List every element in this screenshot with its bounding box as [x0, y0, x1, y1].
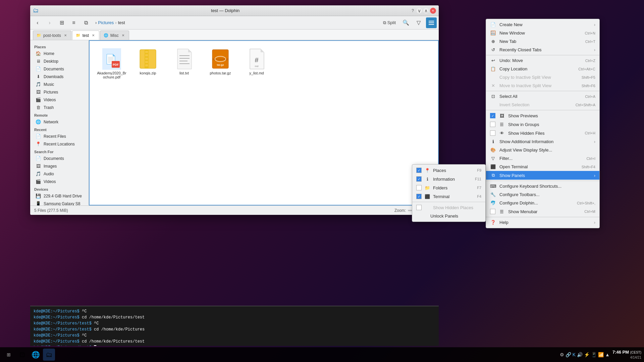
menu-create-new[interactable]: 📄 Create New › [486, 20, 599, 29]
search-docs-icon: 📄 [36, 156, 41, 161]
file-item-zip[interactable]: konqis.zip [131, 46, 165, 81]
split-icon: ⧉ [383, 20, 386, 25]
sidebar-label-samsung: Samsung Galaxy S8 [44, 201, 80, 206]
view-compact-button[interactable]: ≡ [68, 17, 79, 28]
view-icons-button[interactable]: ⊞ [56, 17, 67, 28]
menu-show-hidden-files[interactable]: 👁 Show Hidden Files Ctrl+H [486, 129, 599, 137]
tray-battery-icon[interactable]: ▲ [605, 352, 610, 357]
menu-show-menubar[interactable]: ☰ Show Menubar Ctrl+M [486, 207, 599, 216]
menu-sep2 [486, 91, 599, 91]
menu-configure-shortcuts[interactable]: ⌨ Configure Keyboard Shortcuts... [486, 182, 599, 190]
filter-button[interactable]: ▽ [413, 17, 424, 28]
new-window-shortcut: Ctrl+N [585, 31, 595, 35]
back-button[interactable]: ‹ [32, 17, 43, 28]
tab-icon-test: 📁 [76, 33, 80, 38]
panel-item-unlock-panels[interactable]: Unlock Panels [412, 212, 485, 220]
clock[interactable]: 7:46 PM (CEST) 4/14/21 [612, 350, 641, 360]
menu-filter[interactable]: ▽ Filter... Ctrl+I [486, 154, 599, 163]
window-title: test — Dolphin [39, 8, 412, 13]
file-item-pdf[interactable]: PDF Akademy2020_Brochure.pdf [95, 46, 128, 81]
menu-select-all[interactable]: ⊡ Select All Ctrl+A [486, 92, 599, 101]
unlock-panels-label: Unlock Panels [430, 214, 458, 219]
sidebar-item-videos[interactable]: 🎬 Videos [32, 96, 87, 104]
tab-misc[interactable]: 🌐 Misc ✕ [100, 31, 129, 40]
file-item-targz[interactable]: tar.gz photos.tar.gz [204, 46, 237, 81]
menu-help[interactable]: ❓ Help › [486, 218, 599, 227]
menu-show-previews[interactable]: ✓ 🖼 Show Previews [486, 111, 599, 120]
sys-tray-icons: ⚙ 🔗 K 🔊 ⚡ 📱 📶 ▲ [560, 352, 610, 357]
tray-bluetooth-icon[interactable]: ⚡ [584, 352, 590, 357]
menu-undo-move[interactable]: ↩ Undo: Move Ctrl+Z [486, 56, 599, 65]
taskbar-dolphin[interactable]: 🗂 [43, 349, 55, 361]
taskbar-show-desktop[interactable]: ⊞ [3, 349, 15, 361]
minimize-button[interactable]: ∨ [417, 8, 422, 13]
menu-adjust-view[interactable]: 🎨 Adjust View Display Style... [486, 146, 599, 154]
tray-network-icon[interactable]: 🔗 [566, 352, 571, 357]
sidebar-item-search-audio[interactable]: 🎵 Audio [32, 170, 87, 178]
split-button[interactable]: ⧉ Split [380, 18, 398, 27]
breadcrumb-current: test [118, 20, 125, 25]
file-item-txt[interactable]: list.txt [167, 46, 201, 81]
menu-configure-dolphin[interactable]: 🐬 Configure Dolphin... Ctrl+Shift+, [486, 199, 599, 207]
new-tab-icon: ⊕ [490, 39, 496, 44]
tray-volume-icon[interactable]: 🔊 [577, 352, 583, 357]
file-item-md[interactable]: # md y_list.md [240, 46, 273, 81]
tray-wifi-icon[interactable]: 📶 [598, 352, 604, 357]
svg-rect-9 [145, 61, 148, 63]
view-tree-button[interactable]: ⧉ [80, 17, 91, 28]
sidebar-item-trash[interactable]: 🗑 Trash [32, 104, 87, 111]
svg-text:md: md [255, 65, 258, 68]
menu-show-groups[interactable]: ☰ Show in Groups [486, 120, 599, 129]
sidebar-item-recent-files[interactable]: 📄 Recent Files [32, 132, 87, 140]
sidebar: Places 🏠 Home 🖥 Desktop 📄 Documents ⬇ Do… [30, 40, 89, 205]
maximize-button[interactable]: ∧ [423, 8, 429, 13]
sidebar-item-search-docs[interactable]: 📄 Documents [32, 155, 87, 162]
menu-show-additional[interactable]: ℹ Show Additional Information › [486, 137, 599, 146]
menu-open-terminal[interactable]: ⬛ Open Terminal Shift+F4 [486, 163, 599, 171]
tray-kde-icon[interactable]: K [573, 352, 576, 357]
tab-post-toots[interactable]: 📁 post-toots ✕ [33, 31, 71, 40]
tab-test[interactable]: 📁 test ✕ [72, 31, 99, 40]
sidebar-item-home[interactable]: 🏠 Home [32, 50, 87, 57]
sidebar-item-hard-drive[interactable]: 💾 229.4 GiB Hard Drive [32, 192, 87, 200]
sidebar-item-search-images[interactable]: 🖼 Images [32, 162, 87, 170]
panel-item-information[interactable]: ✓ ℹ Information F11 [412, 175, 485, 183]
breadcrumb-parent[interactable]: Pictures [98, 20, 114, 25]
tab-close-test[interactable]: ✕ [91, 33, 96, 38]
search-button[interactable]: 🔍 [400, 17, 411, 28]
menu-copy-location[interactable]: 📋 Copy Location Ctrl+Alt+C [486, 65, 599, 73]
menu-new-tab[interactable]: ⊕ New Tab Ctrl+T [486, 37, 599, 46]
file-name-pdf: Akademy2020_Brochure.pdf [97, 71, 126, 79]
hamburger-menu-button[interactable] [426, 17, 437, 28]
show-additional-arrow: › [594, 139, 595, 144]
panel-item-folders[interactable]: 📁 Folders F7 [412, 183, 485, 192]
sidebar-item-downloads[interactable]: ⬇ Downloads [32, 73, 87, 80]
taskbar-browser[interactable]: 🌐 [30, 349, 42, 361]
sidebar-item-desktop[interactable]: 🖥 Desktop [32, 57, 87, 65]
close-button[interactable]: ✕ [430, 8, 436, 14]
file-icon-md: # md [246, 48, 267, 70]
menu-configure-toolbars[interactable]: 🔧 Configure Toolbars... [486, 190, 599, 199]
tray-phone-icon[interactable]: 📱 [591, 352, 597, 357]
tab-close-misc[interactable]: ✕ [121, 33, 125, 38]
menu-filter-label: Filter... [499, 156, 583, 161]
sidebar-item-recent-locations[interactable]: 📍 Recent Locations [32, 140, 87, 148]
taskbar-app-switcher[interactable]: ⊡ [16, 349, 28, 361]
tab-close-post-toots[interactable]: ✕ [63, 33, 68, 38]
sidebar-item-network[interactable]: 🌐 Network [32, 118, 87, 126]
sidebar-item-music[interactable]: 🎵 Music [32, 80, 87, 88]
menu-show-panels[interactable]: ⧉ Show Panels › [486, 171, 599, 180]
menu-new-window[interactable]: 🪟 New Window Ctrl+N [486, 29, 599, 37]
sidebar-item-samsung[interactable]: 📱 Samsung Galaxy S8 [32, 200, 87, 205]
panel-item-terminal[interactable]: ✓ ⬛ Terminal F4 [412, 192, 485, 201]
sidebar-item-pictures[interactable]: 🖼 Pictures [32, 88, 87, 96]
panel-item-places[interactable]: ✓ 📍 Places F9 [412, 166, 485, 175]
tray-settings-icon[interactable]: ⚙ [560, 352, 564, 357]
forward-button[interactable]: › [44, 17, 55, 28]
tab-icon-post-toots: 📁 [37, 33, 41, 38]
help-button[interactable]: ? [412, 8, 414, 13]
file-name-zip: konqis.zip [140, 71, 156, 75]
sidebar-item-documents[interactable]: 📄 Documents [32, 65, 87, 73]
sidebar-item-search-videos[interactable]: 🎬 Videos [32, 178, 87, 185]
menu-recently-closed[interactable]: ↺ Recently Closed Tabs › [486, 46, 599, 54]
